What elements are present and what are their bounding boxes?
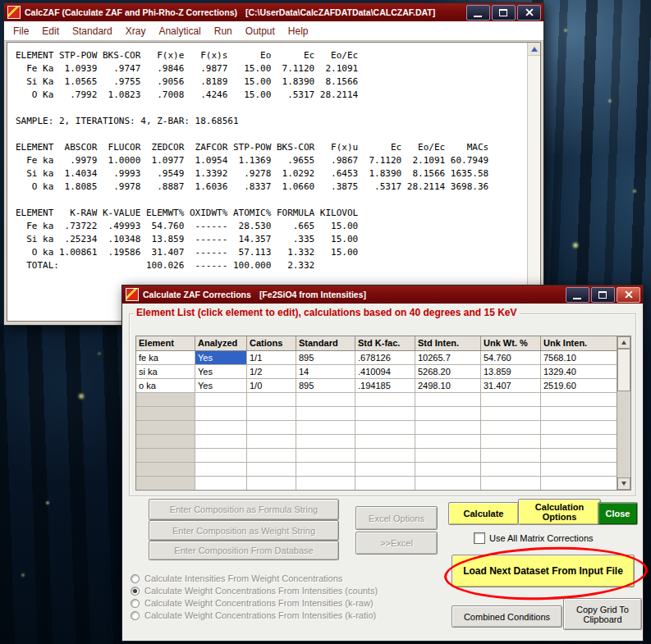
- grid-cell: [541, 435, 617, 449]
- calczaf-main-window: CalcZAF (Calculate ZAF and Phi-Rho-Z Cor…: [3, 2, 544, 326]
- calculate-button[interactable]: Calculate: [448, 502, 519, 525]
- grid-cell: [296, 393, 355, 407]
- copy-grid-to-clipboard-button[interactable]: Copy Grid To Clipboard: [563, 598, 642, 630]
- close-dialog-button[interactable]: Close: [598, 502, 638, 525]
- grid-row-si-ka[interactable]: si ka Yes 1/2 14 .410094 5268.20 13.859 …: [136, 365, 617, 379]
- scroll-down-icon: [621, 482, 626, 486]
- grid-cell: [541, 463, 617, 477]
- load-next-dataset-button[interactable]: Load Next Dataset From Input File: [452, 555, 635, 587]
- enter-composition-formula-button[interactable]: Enter Composition as Formula String: [149, 499, 339, 520]
- grid-cell: [136, 449, 195, 463]
- menu-standard[interactable]: Standard: [66, 23, 119, 39]
- grid-cell: [481, 407, 541, 421]
- enter-composition-database-button[interactable]: Enter Composition From Database: [149, 541, 339, 560]
- combined-conditions-button[interactable]: Combined Conditions: [452, 605, 562, 628]
- excel-button[interactable]: >>Excel: [355, 532, 438, 555]
- grid-header-cations: Cations: [247, 336, 296, 351]
- grid-cell: [541, 477, 617, 491]
- grid-row-o-ka[interactable]: o ka Yes 1/0 895 .194185 2498.10 31.407 …: [136, 379, 617, 393]
- radio-calc-weight-from-intensities-kraw[interactable]: Calculate Weight Concentrations From Int…: [131, 597, 374, 609]
- menu-run[interactable]: Run: [208, 23, 239, 39]
- radio-calc-intensities-from-weight[interactable]: Calculate Intensities From Weight Concen…: [131, 573, 342, 584]
- main-caption-buttons: [466, 5, 541, 21]
- scroll-up-button[interactable]: [528, 43, 540, 56]
- grid-cell: [247, 477, 296, 491]
- dialog-titlebar[interactable]: Calculate ZAF Corrections [Fe2SiO4 from …: [122, 285, 643, 304]
- grid-cell-std-inten: 5268.20: [415, 365, 481, 379]
- menu-help[interactable]: Help: [282, 23, 315, 39]
- grid-cell: [195, 393, 247, 407]
- grid-cell: [355, 435, 415, 449]
- forest-trees-left: [0, 324, 123, 644]
- grid-cell: [296, 449, 355, 463]
- grid-vertical-scrollbar[interactable]: [617, 336, 630, 490]
- grid-cell: [415, 477, 481, 491]
- grid-cell: [355, 463, 415, 477]
- grid-cell: [296, 407, 355, 421]
- grid-cell: [415, 435, 481, 449]
- grid-header-row: Element Analyzed Cations Standard Std K-…: [136, 336, 617, 351]
- grid-cell: [195, 463, 247, 477]
- grid-cell-cations: 1/1: [247, 351, 296, 365]
- grid-cell: [136, 407, 195, 421]
- menu-file[interactable]: File: [7, 23, 35, 39]
- grid-cell: [195, 449, 247, 463]
- grid-header-standard: Standard: [296, 336, 355, 351]
- use-all-matrix-corrections-checkbox[interactable]: Use All Matrix Corrections: [474, 532, 594, 544]
- dialog-title: Calculate ZAF Corrections: [143, 290, 251, 299]
- grid-cell: [195, 435, 247, 449]
- main-titlebar[interactable]: CalcZAF (Calculate ZAF and Phi-Rho-Z Cor…: [4, 3, 543, 21]
- calculation-output-text: ELEMENT STP-POW BKS-COR F(x)e F(x)s Eo E…: [7, 43, 540, 272]
- grid-cell-unk-inten: 2519.60: [541, 379, 617, 393]
- grid-cell: [247, 463, 296, 477]
- main-vertical-scrollbar[interactable]: [527, 43, 540, 321]
- dialog-close-button[interactable]: [617, 287, 640, 303]
- minimize-button[interactable]: [466, 5, 490, 21]
- grid-cell: [415, 393, 481, 407]
- grid-cell-analyzed: Yes: [195, 379, 247, 393]
- dialog-minimize-button[interactable]: [566, 287, 589, 303]
- grid-empty-row: [136, 435, 617, 449]
- grid-scroll-up-button[interactable]: [617, 336, 630, 349]
- grid-cell: [355, 407, 415, 421]
- menu-xray[interactable]: Xray: [119, 23, 153, 39]
- grid-cell-cations: 1/2: [247, 365, 296, 379]
- grid-cell-unk-wt: 31.407: [481, 379, 541, 393]
- radio-calc-weight-from-intensities-counts[interactable]: Calculate Weight Concentrations From Int…: [131, 585, 378, 596]
- grid-cell: [415, 421, 481, 435]
- grid-cell-std-kfac: .194185: [355, 379, 415, 393]
- grid-cell: [247, 407, 296, 421]
- grid-cell-unk-wt: 13.859: [481, 365, 541, 379]
- grid-scroll-down-button[interactable]: [617, 477, 630, 490]
- grid-row-fe-ka[interactable]: fe ka Yes 1/1 895 .678126 10265.7 54.760…: [136, 351, 617, 365]
- menu-output[interactable]: Output: [239, 23, 282, 39]
- grid-cell: [296, 477, 355, 491]
- main-output-area: ELEMENT STP-POW BKS-COR F(x)e F(x)s Eo E…: [7, 42, 541, 322]
- enter-composition-weight-button[interactable]: Enter Composition as Weight String: [149, 520, 339, 541]
- grid-cell: [355, 449, 415, 463]
- grid-cell-element: fe ka: [136, 351, 195, 365]
- grid-cell: [296, 421, 355, 435]
- radio-calc-weight-from-intensities-kratio[interactable]: Calculate Weight Concentrations From Int…: [131, 610, 376, 621]
- grid-cell: [541, 421, 617, 435]
- maximize-button[interactable]: [492, 5, 516, 21]
- grid-empty-row: [136, 449, 617, 463]
- close-button[interactable]: [517, 5, 541, 21]
- grid-cell: [415, 449, 481, 463]
- calculation-options-button[interactable]: Calculation Options: [518, 499, 601, 525]
- dialog-maximize-button[interactable]: [591, 287, 615, 303]
- grid-scroll-thumb[interactable]: [617, 349, 630, 391]
- fireflies: [0, 0, 2, 2]
- checkbox-icon: [474, 532, 485, 544]
- maximize-icon: [499, 9, 507, 16]
- menu-edit[interactable]: Edit: [35, 23, 66, 39]
- grid-cell: [541, 393, 617, 407]
- menu-analytical[interactable]: Analytical: [152, 23, 207, 39]
- close-icon: [617, 288, 640, 302]
- radio-label: Calculate Weight Concentrations From Int…: [144, 586, 378, 596]
- grid-cell: [481, 449, 541, 463]
- grid-header-unk-wt: Unk Wt. %: [481, 336, 541, 351]
- grid-header-analyzed: Analyzed: [195, 336, 247, 351]
- grid-empty-row: [136, 421, 617, 435]
- excel-options-button[interactable]: Excel Options: [355, 506, 438, 530]
